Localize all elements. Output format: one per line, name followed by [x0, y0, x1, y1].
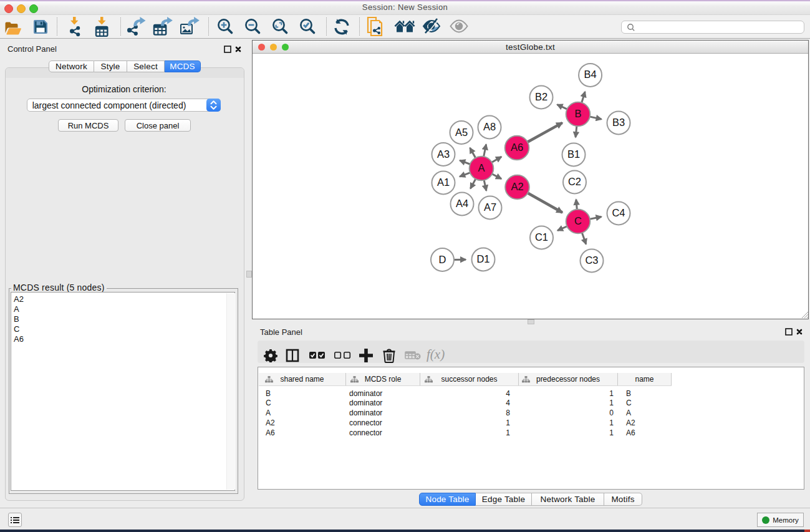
svg-text:B1: B1 [567, 148, 580, 160]
svg-text:D: D [439, 254, 446, 265]
svg-text:B3: B3 [612, 117, 625, 128]
svg-text:A1: A1 [437, 177, 450, 188]
svg-text:C2: C2 [568, 176, 581, 187]
svg-text:A8: A8 [483, 121, 496, 132]
svg-text:B4: B4 [584, 69, 597, 80]
svg-text:C: C [574, 215, 582, 226]
svg-text:C1: C1 [535, 231, 548, 243]
svg-text:A: A [478, 162, 485, 173]
svg-text:C3: C3 [585, 254, 598, 266]
svg-text:D1: D1 [476, 253, 489, 264]
svg-text:B: B [574, 108, 581, 119]
svg-text:A6: A6 [511, 142, 523, 153]
svg-text:C4: C4 [612, 207, 625, 218]
svg-text:A4: A4 [456, 198, 468, 209]
svg-text:A2: A2 [511, 181, 523, 192]
svg-text:B2: B2 [535, 91, 547, 102]
svg-text:A3: A3 [437, 148, 450, 160]
svg-text:A5: A5 [455, 127, 468, 138]
svg-text:A7: A7 [484, 201, 496, 213]
